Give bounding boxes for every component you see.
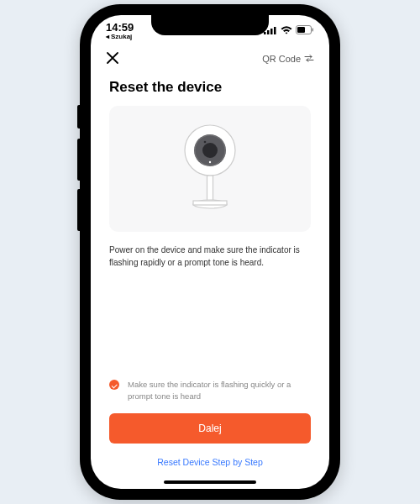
svg-point-11 — [204, 141, 207, 144]
phone-frame: 14:59 ◂ Szukaj — [80, 4, 340, 500]
svg-rect-5 — [297, 27, 305, 33]
status-back-nav[interactable]: ◂ Szukaj — [106, 34, 134, 41]
home-indicator[interactable] — [164, 480, 256, 484]
qr-label-text: QR Code — [262, 54, 301, 64]
svg-rect-15 — [193, 201, 227, 205]
svg-rect-6 — [312, 29, 314, 32]
swap-icon — [304, 54, 314, 64]
instruction-text: Power on the device and make sure the in… — [109, 244, 311, 269]
status-right — [264, 22, 314, 37]
nav-bar: QR Code — [91, 47, 329, 74]
svg-rect-13 — [207, 176, 213, 201]
svg-rect-2 — [270, 29, 273, 34]
screen: 14:59 ◂ Szukaj — [91, 15, 329, 489]
svg-rect-0 — [264, 32, 266, 34]
svg-point-10 — [202, 143, 218, 158]
wifi-icon — [281, 25, 292, 37]
qr-code-mode[interactable]: QR Code — [262, 54, 314, 64]
svg-rect-1 — [267, 30, 270, 34]
status-time: 14:59 — [106, 22, 134, 34]
confirm-radio[interactable] — [109, 380, 119, 390]
status-left: 14:59 ◂ Szukaj — [106, 22, 134, 41]
reset-help-link[interactable]: Reset Device Step by Step — [109, 457, 311, 467]
content: Reset the device Power on the device and… — [91, 74, 329, 489]
page-title: Reset the device — [109, 79, 311, 96]
close-icon[interactable] — [106, 50, 119, 67]
svg-rect-3 — [274, 27, 276, 34]
spacer — [109, 269, 311, 379]
chevron-left-icon: ◂ — [106, 34, 109, 41]
next-button[interactable]: Dalej — [109, 413, 311, 444]
device-illustration — [109, 106, 311, 232]
svg-point-12 — [209, 161, 211, 163]
notch — [151, 15, 269, 35]
camera-icon — [168, 118, 252, 219]
confirm-text: Make sure the indicator is flashing quic… — [128, 379, 311, 402]
battery-icon — [296, 25, 314, 37]
confirm-row[interactable]: Make sure the indicator is flashing quic… — [109, 379, 311, 402]
back-label: Szukaj — [111, 34, 132, 41]
